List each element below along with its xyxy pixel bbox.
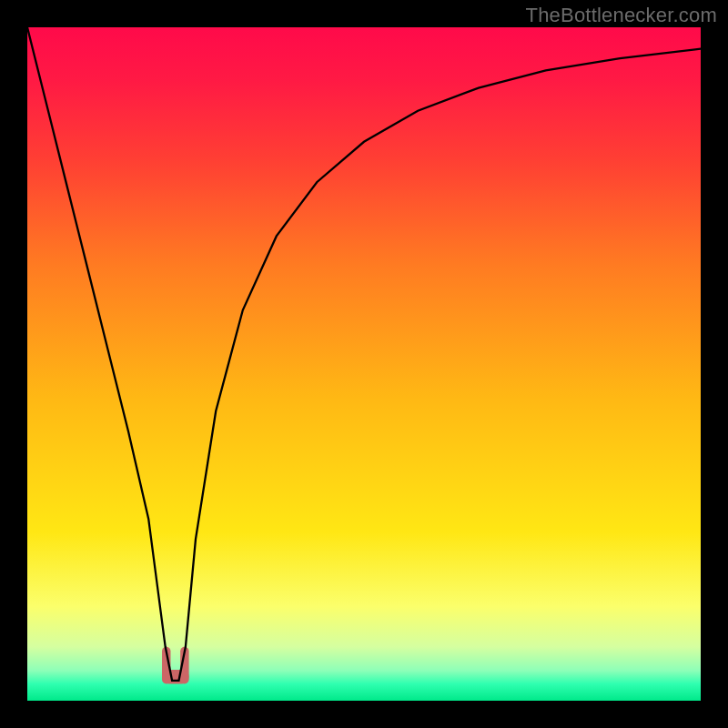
svg-rect-2 xyxy=(162,670,189,683)
chart-plot-area xyxy=(27,27,701,701)
watermark-text: TheBottlenecker.com xyxy=(526,4,717,27)
chart-background xyxy=(27,27,701,701)
chart-frame: TheBottlenecker.com xyxy=(0,0,728,728)
chart-svg xyxy=(27,27,701,701)
